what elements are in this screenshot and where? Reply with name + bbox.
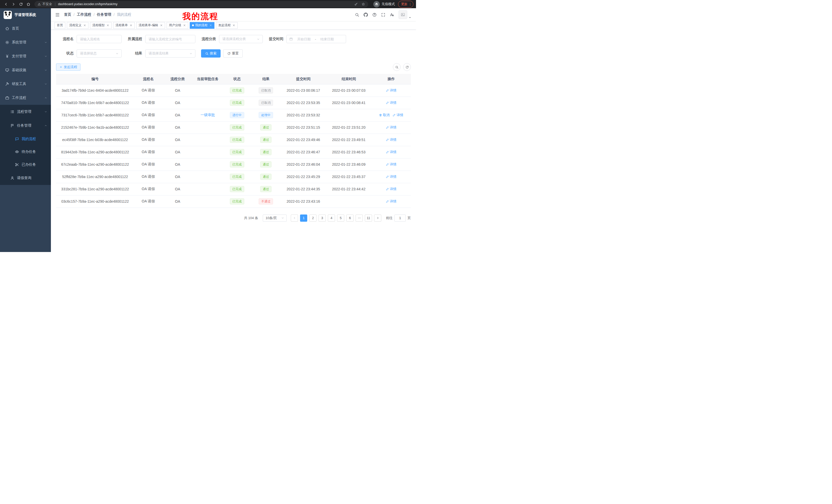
user-menu[interactable] xyxy=(398,10,411,19)
briefcase-icon xyxy=(5,96,9,100)
sidebar-item[interactable]: 待办任务 xyxy=(0,145,51,158)
breadcrumb-separator: / xyxy=(114,12,115,17)
result-select[interactable]: 请选择流结果 xyxy=(145,49,196,58)
sidebar-item[interactable]: 任务管理 xyxy=(0,119,51,133)
github-icon[interactable] xyxy=(364,12,368,17)
fullscreen-icon[interactable] xyxy=(381,12,385,17)
submit-time-range[interactable]: - xyxy=(286,35,346,43)
app-logo[interactable]: 芋道管理系统 xyxy=(0,8,51,22)
browser-reload-button[interactable] xyxy=(18,1,24,8)
detail-action-button[interactable]: 详情 xyxy=(386,125,396,130)
sidebar-item[interactable]: 基础设施 xyxy=(0,63,51,77)
close-tab-icon[interactable] xyxy=(232,24,235,27)
detail-action-button[interactable]: 详情 xyxy=(393,113,403,117)
detail-action-button[interactable]: 详情 xyxy=(386,101,396,105)
font-size-icon[interactable] xyxy=(390,12,394,17)
sidebar-item[interactable]: 研发工具 xyxy=(0,77,51,91)
close-tab-icon[interactable] xyxy=(160,24,163,27)
bookmark-star-icon[interactable] xyxy=(362,2,365,6)
goto-page: 前往页 xyxy=(386,215,411,222)
page-size-select[interactable]: 10条/页 xyxy=(263,215,287,222)
search-button[interactable]: 搜索 xyxy=(201,49,220,58)
sidebar-item[interactable]: 已办任务 xyxy=(0,158,51,171)
address-bar[interactable]: 不安全 dashboard.yudao.iocoder.cn/bpm/task/… xyxy=(34,1,368,7)
process-name-input[interactable] xyxy=(77,35,122,43)
breadcrumb-item[interactable]: 任务管理 xyxy=(97,12,111,17)
pagination: 共 104 条10条/页12345611前往页 xyxy=(56,215,411,222)
start-date-input[interactable] xyxy=(294,37,314,41)
category-cell: OA xyxy=(162,134,192,146)
prev-page-button[interactable] xyxy=(291,215,298,222)
process-id-cell: 3ad174fb-7b9d-11ec-8404-acde48001122 xyxy=(56,84,134,96)
reset-button[interactable]: 重置 xyxy=(223,49,243,58)
current-task-link[interactable]: 一级审批 xyxy=(201,113,215,117)
category-select[interactable]: 请选择流程分类 xyxy=(219,35,263,43)
end-time-cell: 2022-01-22 23:49:51 xyxy=(326,134,371,146)
page-number-button[interactable]: 3 xyxy=(318,215,326,222)
key-icon[interactable] xyxy=(354,2,358,6)
browser-back-button[interactable] xyxy=(3,1,9,8)
header-search-icon[interactable] xyxy=(355,12,359,17)
cancel-label: 取消 xyxy=(383,113,390,117)
gear-icon xyxy=(5,40,9,45)
end-date-input[interactable] xyxy=(317,37,337,41)
detail-action-button[interactable]: 详情 xyxy=(386,187,396,191)
detail-action-button[interactable]: 详情 xyxy=(386,199,396,204)
breadcrumb-item[interactable]: 首页 xyxy=(64,12,71,17)
page-number-button[interactable]: 5 xyxy=(337,215,344,222)
show-search-button[interactable] xyxy=(393,63,400,71)
process-id-cell: 67c2eaab-7b9a-11ec-a290-acde48001122 xyxy=(56,158,134,171)
close-tab-icon[interactable] xyxy=(130,24,132,27)
detail-action-button[interactable]: 详情 xyxy=(386,174,396,179)
tab-item[interactable]: 流程模型 xyxy=(90,22,111,29)
start-process-button[interactable]: 发起流程 xyxy=(56,63,80,71)
help-icon[interactable] xyxy=(372,12,377,17)
date-separator: - xyxy=(315,37,316,41)
sidebar-item[interactable]: 请假查询 xyxy=(0,171,51,185)
status-select[interactable]: 请选择状态 xyxy=(77,49,122,58)
goto-page-input[interactable] xyxy=(394,215,406,222)
tab-item[interactable]: 发起流程 xyxy=(216,22,238,29)
sidebar-item[interactable]: 我的流程 xyxy=(0,133,51,145)
detail-action-button[interactable]: 详情 xyxy=(386,150,396,155)
end-time-cell: 2022-01-22 23:44:42 xyxy=(326,183,371,195)
avatar[interactable] xyxy=(398,10,407,19)
close-tab-icon[interactable] xyxy=(183,24,186,27)
sidebar-toggle-button[interactable] xyxy=(55,12,60,17)
process-def-input[interactable] xyxy=(145,35,196,43)
sidebar-item[interactable]: 支付管理 xyxy=(0,49,51,63)
page-number-button[interactable]: 6 xyxy=(346,215,354,222)
breadcrumb-item[interactable]: 工作流程 xyxy=(77,12,91,17)
close-tab-icon[interactable] xyxy=(83,24,86,27)
page-number-button[interactable]: 2 xyxy=(309,215,316,222)
sidebar-item[interactable]: 系统管理 xyxy=(0,35,51,49)
page-number-button[interactable]: 4 xyxy=(328,215,335,222)
more-pages-button[interactable] xyxy=(356,215,363,222)
tab-item[interactable]: 流程定义 xyxy=(67,22,88,29)
detail-action-button[interactable]: 详情 xyxy=(386,88,396,93)
tab-item[interactable]: 流程表单-编辑 xyxy=(136,22,165,29)
browser-home-button[interactable] xyxy=(25,1,32,8)
page-number-button[interactable]: 1 xyxy=(300,215,307,222)
sidebar-item[interactable]: 工作流程 xyxy=(0,91,51,105)
tab-item[interactable]: 流程表单 xyxy=(113,22,135,29)
edit-icon xyxy=(386,89,389,92)
close-tab-icon[interactable] xyxy=(209,24,212,27)
browser-menu-icon[interactable] xyxy=(408,2,412,6)
cancel-action-button[interactable]: 取消 xyxy=(379,113,390,117)
tab-item[interactable]: 我的流程 xyxy=(190,22,214,29)
browser-forward-button[interactable] xyxy=(10,1,17,8)
tab-item[interactable]: 用户分组 xyxy=(166,22,188,29)
detail-action-button[interactable]: 详情 xyxy=(386,137,396,142)
sidebar-item[interactable]: 流程管理 xyxy=(0,105,51,119)
tab-item[interactable]: 首页 xyxy=(54,22,65,29)
result-badge: 通过 xyxy=(260,137,271,143)
close-tab-icon[interactable] xyxy=(106,24,109,27)
page-number-button[interactable]: 11 xyxy=(365,215,372,222)
detail-action-button[interactable]: 详情 xyxy=(386,162,396,167)
browser-update-button[interactable]: 更新 xyxy=(398,1,413,8)
security-warning-icon[interactable] xyxy=(37,3,41,6)
refresh-table-button[interactable] xyxy=(403,63,411,71)
sidebar-item[interactable]: 首页 xyxy=(0,22,51,35)
next-page-button[interactable] xyxy=(374,215,381,222)
